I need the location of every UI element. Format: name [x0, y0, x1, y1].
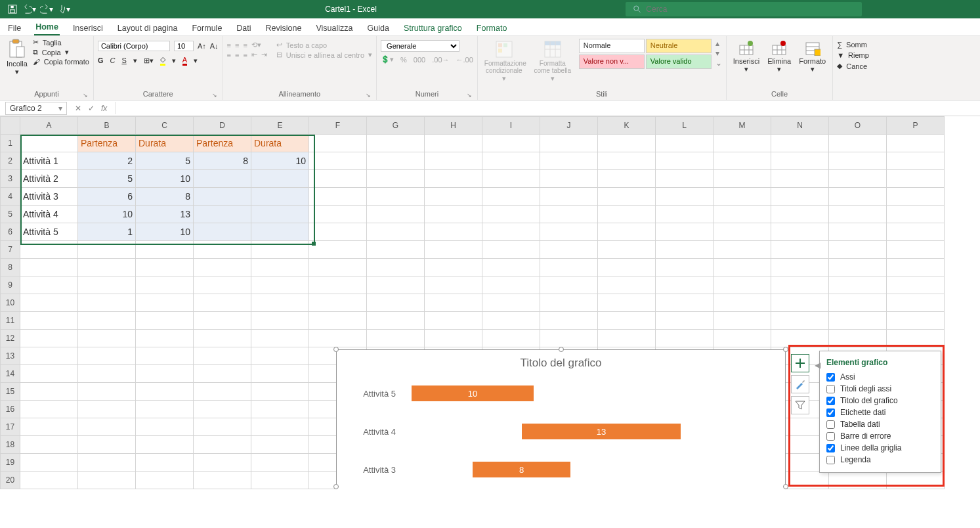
cell-J4[interactable] — [540, 188, 598, 206]
col-header-D[interactable]: D — [194, 117, 251, 135]
row-header-1[interactable]: 1 — [1, 135, 20, 152]
cell-D1[interactable]: Partenza — [194, 135, 251, 152]
cell-N10[interactable] — [771, 294, 829, 312]
cell-C11[interactable] — [136, 312, 194, 330]
cell-P5[interactable] — [887, 206, 945, 223]
cell-F6[interactable] — [309, 223, 367, 241]
cell-N9[interactable] — [771, 276, 829, 294]
cell-K12[interactable] — [598, 330, 656, 347]
cell-E5[interactable] — [251, 206, 309, 223]
col-header-H[interactable]: H — [425, 117, 482, 135]
flyout-item-6[interactable]: Linee della griglia — [826, 442, 934, 454]
cell-P8[interactable] — [887, 259, 945, 276]
cell-I7[interactable] — [482, 241, 540, 259]
cell-J2[interactable] — [540, 152, 598, 170]
cell-H5[interactable] — [425, 206, 482, 223]
cell-K10[interactable] — [598, 294, 656, 312]
increase-font-button[interactable]: A↑ — [198, 42, 206, 50]
cell-G9[interactable] — [367, 276, 425, 294]
cell-E8[interactable] — [251, 259, 309, 276]
cell-H3[interactable] — [425, 170, 482, 188]
cell-N11[interactable] — [771, 312, 829, 330]
cell-B6[interactable]: 1 — [78, 223, 136, 241]
cell-B10[interactable] — [78, 294, 136, 312]
align-top-button[interactable]: ≡ — [227, 41, 231, 49]
cell-A20[interactable] — [20, 472, 78, 489]
style-bad[interactable]: Valore non v... — [579, 55, 645, 69]
cell-K7[interactable] — [598, 241, 656, 259]
cell-M4[interactable] — [714, 188, 771, 206]
cell-C12[interactable] — [136, 330, 194, 347]
cell-N6[interactable] — [771, 223, 829, 241]
cell-B11[interactable] — [78, 312, 136, 330]
cell-P6[interactable] — [887, 223, 945, 241]
row-header-11[interactable]: 11 — [1, 312, 20, 330]
tab-format[interactable]: Formato — [475, 21, 509, 35]
cell-P1[interactable] — [887, 135, 945, 152]
cell-K5[interactable] — [598, 206, 656, 223]
cell-I2[interactable] — [482, 152, 540, 170]
cell-D7[interactable] — [194, 241, 251, 259]
cell-B9[interactable] — [78, 276, 136, 294]
cell-M6[interactable] — [714, 223, 771, 241]
chart-plot-area[interactable]: Attività 510Attività 413Attività 38Attiv… — [399, 374, 767, 489]
cell-M1[interactable] — [714, 135, 771, 152]
cell-H11[interactable] — [425, 312, 482, 330]
cell-O4[interactable] — [829, 188, 887, 206]
cell-C4[interactable]: 8 — [136, 188, 194, 206]
cell-N1[interactable] — [771, 135, 829, 152]
col-header-G[interactable]: G — [367, 117, 425, 135]
cell-M2[interactable] — [714, 152, 771, 170]
flyout-checkbox[interactable] — [826, 432, 835, 441]
thousands-button[interactable]: 000 — [414, 56, 425, 64]
cell-A3[interactable]: Attività 2 — [20, 170, 78, 188]
cell-P2[interactable] — [887, 152, 945, 170]
currency-button[interactable]: 💲▾ — [381, 55, 394, 64]
cell-P4[interactable] — [887, 188, 945, 206]
cell-L12[interactable] — [656, 330, 714, 347]
num-launcher[interactable]: ↘ — [467, 92, 472, 99]
cell-E11[interactable] — [251, 312, 309, 330]
cell-I3[interactable] — [482, 170, 540, 188]
insert-cells-button[interactable]: Inserisci▾ — [731, 39, 762, 75]
flyout-item-4[interactable]: Tabella dati — [826, 418, 934, 430]
cell-I9[interactable] — [482, 276, 540, 294]
cell-F3[interactable] — [309, 170, 367, 188]
cell-O6[interactable] — [829, 223, 887, 241]
cell-J8[interactable] — [540, 259, 598, 276]
flyout-item-0[interactable]: Assi — [826, 371, 934, 383]
cell-B4[interactable]: 6 — [78, 188, 136, 206]
delete-cells-button[interactable]: Elimina▾ — [765, 39, 794, 75]
chart-bar[interactable] — [399, 385, 412, 401]
cell-A6[interactable]: Attività 5 — [20, 223, 78, 241]
cell-O5[interactable] — [829, 206, 887, 223]
cell-A10[interactable] — [20, 294, 78, 312]
flyout-checkbox[interactable] — [826, 408, 835, 417]
cell-H2[interactable] — [425, 152, 482, 170]
fill-color-button[interactable]: ◇ — [160, 55, 165, 66]
cell-A18[interactable] — [20, 436, 78, 454]
cell-N4[interactable] — [771, 188, 829, 206]
cell-F10[interactable] — [309, 294, 367, 312]
cell-B14[interactable] — [78, 365, 136, 383]
cell-C19[interactable] — [136, 454, 194, 472]
cell-J10[interactable] — [540, 294, 598, 312]
tab-home[interactable]: Home — [34, 20, 60, 35]
cell-C3[interactable]: 10 — [136, 170, 194, 188]
cell-D19[interactable] — [194, 454, 251, 472]
orientation-button[interactable]: ⟲▾ — [251, 41, 261, 49]
cell-D5[interactable] — [194, 206, 251, 223]
chart-styles-button[interactable] — [791, 375, 809, 393]
cell-C16[interactable] — [136, 401, 194, 418]
chart-bar[interactable]: 10 — [412, 385, 534, 401]
cell-B3[interactable]: 5 — [78, 170, 136, 188]
col-header-E[interactable]: E — [251, 117, 309, 135]
row-header-13[interactable]: 13 — [1, 347, 20, 365]
underline-button[interactable]: S — [121, 56, 126, 64]
cell-N8[interactable] — [771, 259, 829, 276]
align-right-button[interactable]: ≡ — [243, 51, 247, 59]
cut-button[interactable]: ✂Taglia — [33, 37, 89, 47]
cell-J11[interactable] — [540, 312, 598, 330]
cell-D3[interactable] — [194, 170, 251, 188]
number-format-select[interactable]: Generale — [381, 40, 459, 52]
